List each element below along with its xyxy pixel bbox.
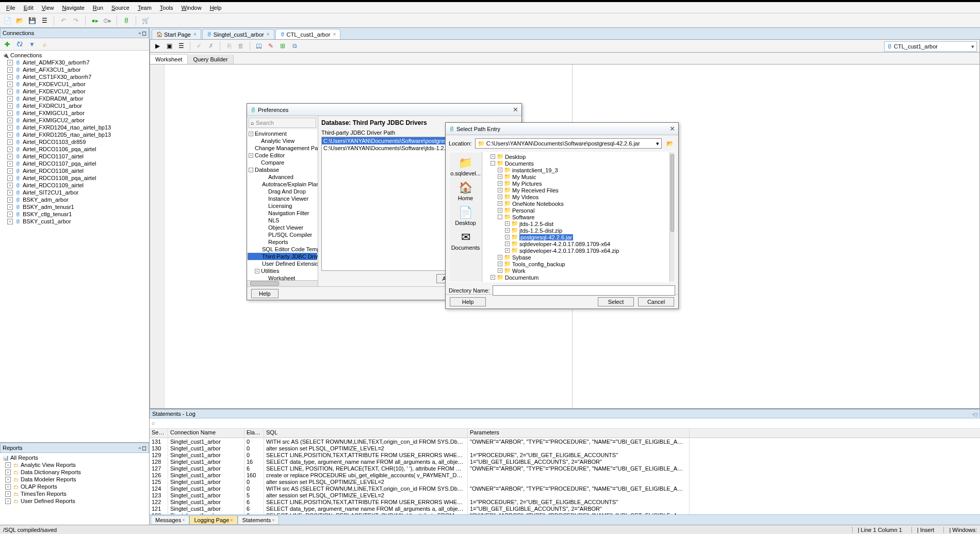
clear-icon[interactable]: 🗑 bbox=[236, 41, 246, 51]
snippets-icon[interactable]: ⧉ bbox=[289, 41, 300, 51]
expand-icon[interactable]: + bbox=[7, 161, 13, 167]
commit-icon[interactable]: ✓ bbox=[194, 41, 204, 51]
report-item[interactable]: +🗀TimesTen Reports bbox=[1, 490, 148, 497]
close-tab-icon[interactable]: × bbox=[267, 31, 270, 37]
close-tab-icon[interactable]: × bbox=[333, 31, 336, 37]
connection-item[interactable]: +🛢Airtel_RDCO1103_dr859 bbox=[1, 138, 148, 145]
pref-tree-node[interactable]: Reports bbox=[248, 238, 317, 246]
location-dropdown[interactable]: 📁 C:\Users\YANYAN\Documents\Software\pos… bbox=[475, 138, 662, 149]
expand-icon[interactable]: + bbox=[5, 477, 11, 482]
menu-source[interactable]: Source bbox=[107, 4, 134, 12]
connection-item[interactable]: +🛢BSKY_cust1_arbor bbox=[1, 218, 148, 225]
log-row[interactable]: 126Singtel_cust1_arbor160create or repla… bbox=[150, 472, 980, 478]
report-item[interactable]: +🗀Data Modeler Reports bbox=[1, 476, 148, 483]
save-icon[interactable]: 💾 bbox=[27, 15, 37, 26]
run-script-icon[interactable]: ▣ bbox=[164, 41, 174, 51]
debug-icon[interactable]: ⊙▸ bbox=[102, 15, 112, 26]
close-tab-icon[interactable]: × bbox=[193, 31, 197, 37]
connection-item[interactable]: +🛢Airtel_FXMIGCU2_arbor bbox=[1, 117, 148, 124]
pref-tree-node[interactable]: NLS bbox=[248, 217, 317, 224]
connection-item[interactable]: +🛢Airtel_RDCO1109_airtel bbox=[1, 182, 148, 189]
minimize-icon[interactable]: ▫ bbox=[139, 445, 141, 451]
file-tree-node[interactable]: +📁Personal bbox=[483, 207, 668, 214]
file-tree-node[interactable]: +📁Tools_config_backup bbox=[483, 261, 668, 267]
log-column-header[interactable]: SQL bbox=[264, 429, 468, 438]
pref-tree-node[interactable]: SQL Editor Code Templ bbox=[248, 246, 317, 253]
log-row[interactable]: 127Singtel_cust1_arbor6 SELECT LINE, POS… bbox=[150, 465, 980, 472]
file-sidebar-item[interactable]: 🏠Home bbox=[451, 179, 480, 203]
run-icon[interactable]: ●▸ bbox=[90, 15, 100, 26]
file-sidebar-item[interactable]: ✉Documents bbox=[451, 229, 480, 252]
expand-icon[interactable]: + bbox=[7, 60, 13, 66]
pref-tree-node[interactable]: PL/SQL Compiler bbox=[248, 231, 317, 238]
menu-file[interactable]: File bbox=[2, 4, 20, 12]
pref-tree-node[interactable]: Worksheet bbox=[248, 274, 317, 280]
help-button[interactable]: Help bbox=[450, 297, 486, 306]
connection-item[interactable]: +🛢Airtel_ADMFX30_arborrh7 bbox=[1, 59, 148, 66]
connection-item[interactable]: +🛢Airtel_RDCO1108_pqa_airtel bbox=[1, 174, 148, 182]
menu-help[interactable]: Help bbox=[206, 4, 226, 12]
pref-tree-node[interactable]: Advanced bbox=[248, 173, 317, 181]
connection-item[interactable]: +🛢Airtel_FXDRCU1_arbor bbox=[1, 102, 148, 109]
expand-icon[interactable]: + bbox=[7, 212, 13, 217]
rollback-icon[interactable]: ✗ bbox=[206, 41, 216, 51]
help-button[interactable]: Help bbox=[251, 289, 279, 298]
pref-tree-node[interactable]: +Utilities bbox=[248, 267, 317, 274]
pref-tree-node[interactable]: +Environment bbox=[248, 130, 317, 137]
file-tree-node[interactable]: +📁Documentum bbox=[483, 274, 668, 281]
log-row[interactable]: 131Singtel_cust1_arbor0 WITH src AS (SEL… bbox=[150, 438, 980, 445]
db-icon[interactable]: 🛢 bbox=[121, 15, 132, 26]
expand-icon[interactable]: + bbox=[7, 132, 13, 138]
minimize-icon[interactable]: ▫ bbox=[139, 30, 141, 37]
expand-icon[interactable]: + bbox=[505, 241, 510, 246]
expand-icon[interactable]: + bbox=[7, 110, 13, 116]
file-sidebar-item[interactable]: 📁o.sqldevel... bbox=[451, 154, 480, 178]
pref-tree-node[interactable]: Autotrace/Explain Plan bbox=[248, 181, 317, 188]
menu-tools[interactable]: Tools bbox=[156, 4, 177, 12]
sql-history-icon[interactable]: 🕮 bbox=[254, 41, 264, 51]
log-column-header[interactable]: Seque... bbox=[150, 429, 168, 438]
file-tree-node[interactable]: +📁My Videos bbox=[483, 193, 668, 200]
connection-item[interactable]: +🛢Airtel_FXMIGCU1_arbor bbox=[1, 109, 148, 117]
log-row[interactable]: 123Singtel_cust1_arbor5alter session set… bbox=[150, 492, 980, 498]
expand-icon[interactable]: + bbox=[7, 103, 13, 109]
expand-icon[interactable]: + bbox=[7, 219, 13, 224]
refresh-icon[interactable]: 🗘 bbox=[14, 39, 25, 50]
expand-icon[interactable]: + bbox=[498, 201, 502, 206]
connection-item[interactable]: +🛢Airtel_CST1FX30_arborrh7 bbox=[1, 73, 148, 80]
pref-tree-node[interactable]: Navigation Filter bbox=[248, 209, 317, 217]
log-table[interactable]: Seque...Connection NameElapsedSQLParamet… bbox=[150, 429, 980, 514]
expand-icon[interactable]: + bbox=[498, 195, 502, 199]
report-item[interactable]: +🗀OLAP Reports bbox=[1, 483, 148, 490]
close-tab-icon[interactable]: × bbox=[182, 517, 185, 523]
menu-run[interactable]: Run bbox=[89, 4, 107, 12]
log-row[interactable]: 122Singtel_cust1_arbor6SELECT LINE,POSIT… bbox=[150, 498, 980, 505]
menu-window[interactable]: Window bbox=[177, 4, 205, 12]
filter-icon[interactable]: ▼ bbox=[27, 39, 37, 50]
expand-icon[interactable]: + bbox=[7, 67, 13, 73]
cancel-button[interactable]: Cancel bbox=[638, 297, 674, 306]
preferences-search[interactable]: ⌕ Search bbox=[249, 118, 316, 128]
redo-icon[interactable]: ↷ bbox=[71, 15, 81, 26]
log-row[interactable]: 130Singtel_cust1_arbor0alter session set… bbox=[150, 445, 980, 451]
bottom-tab[interactable]: Logging Page× bbox=[189, 515, 237, 525]
vertical-scrollbar[interactable] bbox=[669, 152, 675, 282]
expand-icon[interactable]: + bbox=[5, 484, 11, 490]
connection-item[interactable]: +🛢Airtel_FXDRADM_arbor bbox=[1, 95, 148, 102]
file-tree-node[interactable]: +📁postgresql-42.2.6.jar bbox=[483, 234, 668, 240]
pref-tree-node[interactable]: User Defined Extension bbox=[248, 260, 317, 267]
file-tree-node[interactable]: +📁sqldeveloper-4.2.0.17.089.1709-x64 bbox=[483, 240, 668, 247]
expand-icon[interactable]: + bbox=[505, 248, 510, 253]
file-tree-node[interactable]: +📁Desktop bbox=[483, 153, 668, 160]
log-row[interactable]: 124Singtel_cust1_arbor0 WITH src AS (SEL… bbox=[150, 485, 980, 492]
expand-icon[interactable]: + bbox=[5, 498, 11, 504]
worksheet-subtab[interactable]: Worksheet bbox=[150, 54, 188, 64]
log-column-header[interactable]: Connection Name bbox=[168, 429, 244, 438]
connection-item[interactable]: +🛢Airtel_RDCO1107_pqa_airtel bbox=[1, 160, 148, 167]
pref-tree-node[interactable]: Compare bbox=[248, 159, 317, 166]
preferences-tree[interactable]: +EnvironmentAnalytic ViewChange Manageme… bbox=[247, 130, 318, 280]
bottom-tab[interactable]: Statements× bbox=[238, 515, 280, 525]
directory-name-input[interactable] bbox=[493, 285, 675, 296]
close-tab-icon[interactable]: × bbox=[272, 517, 274, 523]
expand-icon[interactable]: - bbox=[249, 168, 253, 172]
